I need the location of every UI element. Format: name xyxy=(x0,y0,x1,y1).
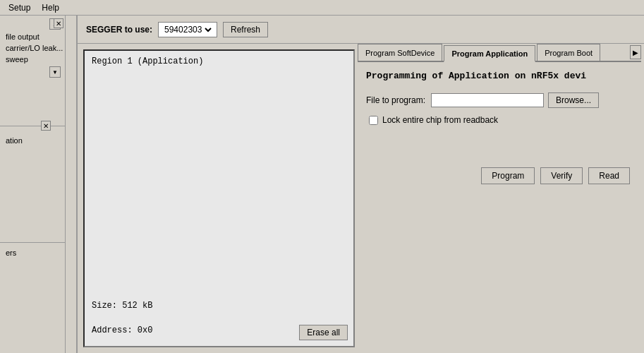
sidebar-item-carrier[interactable]: carrier/LO leak... xyxy=(3,42,73,54)
region-panel: Region 1 (Application) Size: 512 kB Addr… xyxy=(83,49,355,347)
lock-chip-row: Lock entire chip from readback xyxy=(369,115,633,125)
menu-help[interactable]: Help xyxy=(36,1,65,14)
sidebar-item-sweep[interactable]: sweep xyxy=(3,54,73,65)
content-area: Region 1 (Application) Size: 512 kB Addr… xyxy=(78,44,644,353)
segger-label: SEGGER to use: xyxy=(86,25,152,35)
sidebar-item-file-output[interactable]: file output xyxy=(3,31,73,42)
tab-softdevice[interactable]: Program SoftDevice xyxy=(358,44,442,61)
sidebar-item-ers[interactable]: ers xyxy=(3,247,73,258)
tab-content-title: Programming of Application on nRF5x devi xyxy=(366,71,633,81)
sidebar-item-ation[interactable]: ation xyxy=(3,135,73,146)
read-button[interactable]: Read xyxy=(588,167,630,184)
segger-bar: SEGGER to use: 59402303 Refresh xyxy=(78,16,644,44)
left-panel: ✕ ▲ file output carrier/LO leak... sweep… xyxy=(0,16,78,353)
menu-setup[interactable]: Setup xyxy=(3,1,36,14)
refresh-button[interactable]: Refresh xyxy=(223,22,268,37)
action-buttons: Program Verify Read xyxy=(366,167,633,184)
close-section1-button[interactable]: ✕ xyxy=(54,18,63,28)
region-title: Region 1 (Application) xyxy=(85,51,353,66)
tabs-panel: Program SoftDevice Program Application P… xyxy=(358,44,641,353)
region-address: Address: 0x0 xyxy=(92,325,152,335)
file-to-program-label: File to program: xyxy=(366,95,425,105)
tab-nav-button[interactable]: ▶ xyxy=(630,45,641,59)
segger-select-wrapper[interactable]: 59402303 xyxy=(158,22,217,37)
file-to-program-input[interactable] xyxy=(431,93,544,107)
right-panel: SEGGER to use: 59402303 Refresh Region 1… xyxy=(78,16,644,353)
region-size: Size: 512 kB xyxy=(92,301,152,311)
tab-boot[interactable]: Program Boot xyxy=(537,44,600,61)
scroll-down-button[interactable]: ▼ xyxy=(49,66,61,78)
lock-chip-checkbox[interactable] xyxy=(369,116,378,125)
segger-select-input[interactable]: 59402303 xyxy=(162,24,214,35)
tabs-header: Program SoftDevice Program Application P… xyxy=(358,44,641,62)
tab-content-application: Programming of Application on nRF5x devi… xyxy=(358,62,641,353)
lock-chip-label: Lock entire chip from readback xyxy=(382,115,498,125)
file-to-program-row: File to program: Browse... xyxy=(366,92,633,108)
verify-button[interactable]: Verify xyxy=(540,167,583,184)
program-button[interactable]: Program xyxy=(481,167,535,184)
close-section2-button[interactable]: ✕ xyxy=(41,121,51,131)
tab-application[interactable]: Program Application xyxy=(444,45,535,62)
menu-bar: Setup Help xyxy=(0,0,644,16)
browse-button[interactable]: Browse... xyxy=(548,92,599,108)
main-container: ✕ ▲ file output carrier/LO leak... sweep… xyxy=(0,16,644,353)
left-panel-scrollbar[interactable] xyxy=(65,16,76,353)
erase-all-button[interactable]: Erase all xyxy=(299,325,348,340)
